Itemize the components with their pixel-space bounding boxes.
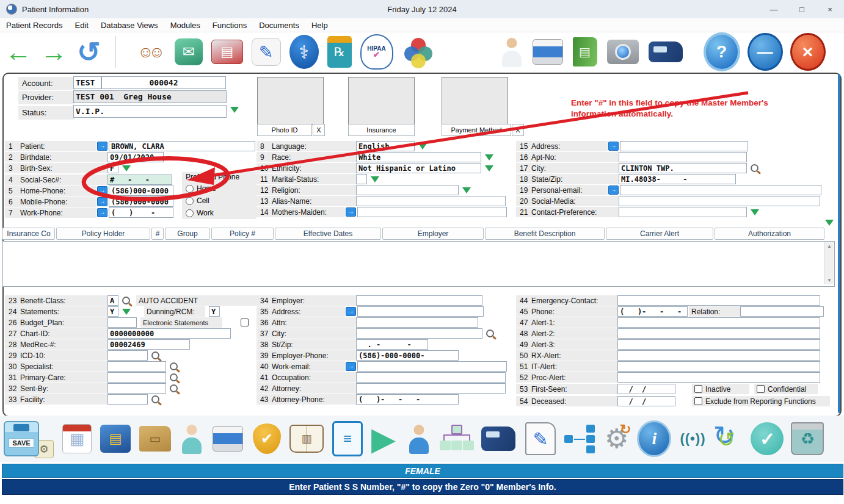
- ledger-icon[interactable]: ▥: [289, 425, 324, 453]
- mobile-phone-field[interactable]: (586)000-0000: [109, 196, 173, 207]
- attn-field[interactable]: [356, 317, 478, 328]
- forward-icon[interactable]: →: [40, 38, 67, 65]
- ethnicity-field[interactable]: Not Hispanic or Latino: [356, 163, 481, 173]
- recycle-bin-icon[interactable]: ♻: [791, 422, 824, 455]
- doctor-icon[interactable]: [501, 37, 523, 67]
- electronic-statements-checkbox[interactable]: [241, 319, 249, 326]
- insurance-image[interactable]: [348, 77, 415, 125]
- continue-icon[interactable]: ▶: [371, 423, 396, 455]
- minimize-button[interactable]: —: [760, 0, 788, 18]
- contact-preference-field[interactable]: [619, 207, 747, 217]
- home-radio[interactable]: [186, 185, 194, 193]
- reports-colors-icon[interactable]: [403, 37, 434, 67]
- rx-alert-field[interactable]: [617, 350, 820, 361]
- occupation-field[interactable]: [356, 372, 506, 383]
- deceased-field[interactable]: / /: [617, 396, 675, 406]
- language-field[interactable]: English: [356, 141, 415, 151]
- insurance-list[interactable]: ▲ ▼: [2, 241, 835, 287]
- workflow-icon[interactable]: [564, 423, 597, 454]
- account-code-field[interactable]: TEST: [73, 76, 101, 89]
- alert3-field[interactable]: [617, 339, 820, 350]
- print-icon[interactable]: [213, 426, 243, 452]
- scroll-up-icon[interactable]: ▲: [827, 243, 832, 249]
- confidential-checkbox[interactable]: [757, 385, 765, 393]
- col-carrier-alert[interactable]: Carrier Alert: [606, 228, 713, 240]
- emergency-phone-field[interactable]: ( )- - -: [617, 306, 688, 317]
- save-icon[interactable]: SAVE: [4, 421, 39, 456]
- benefit-class-field[interactable]: A: [107, 295, 118, 306]
- close-app-icon[interactable]: ×: [790, 33, 826, 71]
- alert2-field[interactable]: [617, 328, 820, 339]
- scroll-down-icon[interactable]: ▼: [827, 278, 832, 283]
- back-icon[interactable]: ←: [5, 38, 32, 65]
- hipaa-icon[interactable]: HIPAA ✔: [360, 34, 393, 70]
- inactive-checkbox[interactable]: [694, 385, 702, 393]
- marital-status-field[interactable]: [356, 174, 367, 184]
- col-number[interactable]: #: [151, 228, 164, 240]
- copy-arrow-icon[interactable]: →: [97, 142, 107, 151]
- address-field[interactable]: [620, 141, 748, 151]
- menu-help[interactable]: Help: [305, 20, 334, 31]
- copy-arrow-icon[interactable]: →: [608, 142, 619, 151]
- budget-plan-field[interactable]: [107, 317, 137, 328]
- refresh-icon[interactable]: ↺: [77, 38, 101, 66]
- facility-field[interactable]: [107, 394, 148, 405]
- icd10-search-icon[interactable]: [151, 351, 159, 359]
- nurse-icon[interactable]: [181, 423, 203, 454]
- state-zip-field[interactable]: MI.48038- -: [619, 174, 736, 184]
- payment-method-image[interactable]: [442, 77, 508, 125]
- wireless-icon[interactable]: ((•)): [680, 431, 705, 447]
- phone-book-icon[interactable]: ▤: [573, 37, 597, 67]
- org-chart-icon[interactable]: [440, 423, 471, 454]
- copy-arrow-icon[interactable]: →: [608, 185, 619, 195]
- contact-preference-dropdown-icon[interactable]: [751, 209, 759, 220]
- statements-field[interactable]: Y: [107, 306, 118, 317]
- employer-phone-field[interactable]: (586)-000-0000-: [356, 350, 459, 361]
- race-field[interactable]: White: [356, 152, 481, 162]
- maximize-button[interactable]: □: [788, 0, 816, 18]
- social-sec-field[interactable]: # - -: [107, 175, 172, 185]
- personal-email-field[interactable]: [620, 185, 821, 195]
- patient-field[interactable]: BROWN, CLARA: [109, 141, 255, 151]
- print-icon[interactable]: [533, 39, 563, 65]
- coverage-check-icon[interactable]: ✔: [253, 423, 281, 454]
- col-insurance-co[interactable]: Insurance Co: [2, 228, 55, 240]
- cell-radio[interactable]: [186, 197, 194, 205]
- process-settings-icon[interactable]: ⚙↻: [605, 425, 628, 452]
- sent-by-field[interactable]: [107, 383, 166, 394]
- social-media-field[interactable]: [619, 196, 820, 206]
- col-benefit-description[interactable]: Benefit Description: [485, 228, 605, 240]
- employer-address-field[interactable]: [357, 306, 484, 317]
- col-group[interactable]: Group: [165, 228, 210, 240]
- payments-envelope-icon[interactable]: ✉: [175, 38, 203, 65]
- menu-modules[interactable]: Modules: [164, 20, 206, 31]
- medical-codes-icon[interactable]: ⚕: [289, 35, 319, 69]
- religion-field[interactable]: [356, 185, 459, 195]
- col-effective-dates[interactable]: Effective Dates: [275, 228, 381, 240]
- provider-field[interactable]: TEST 001 Greg House: [73, 90, 227, 103]
- work-phone-field[interactable]: ( ) -: [109, 207, 173, 218]
- employer-city-field[interactable]: [356, 328, 482, 339]
- menu-patient-records[interactable]: Patient Records: [0, 20, 69, 31]
- icd10-field[interactable]: [107, 350, 148, 361]
- insurance-image-button[interactable]: Insurance: [348, 124, 415, 136]
- birthdate-field[interactable]: 09/01/2020: [107, 152, 164, 162]
- patient-summary-icon[interactable]: ≡: [332, 421, 363, 456]
- appointments-icon[interactable]: ▦: [62, 424, 92, 453]
- ethnicity-dropdown-icon[interactable]: [485, 165, 493, 176]
- menu-edit[interactable]: Edit: [69, 20, 95, 31]
- prescriptions-icon[interactable]: ℞: [327, 36, 352, 68]
- col-policy-holder[interactable]: Policy Holder: [56, 228, 150, 240]
- sent-by-search-icon[interactable]: [170, 384, 178, 392]
- relation-field[interactable]: [740, 306, 824, 317]
- alias-name-field[interactable]: [356, 196, 506, 206]
- medrec-field[interactable]: 00002469: [107, 339, 190, 350]
- birth-sex-field[interactable]: F: [107, 163, 118, 173]
- menu-functions[interactable]: Functions: [206, 20, 253, 31]
- insurance-card-icon[interactable]: ▤: [211, 40, 243, 64]
- work-email-field[interactable]: [357, 361, 507, 372]
- apt-no-field[interactable]: [619, 152, 747, 162]
- minimize-app-icon[interactable]: —: [748, 33, 783, 71]
- menu-documents[interactable]: Documents: [253, 20, 305, 31]
- city-search-icon[interactable]: [751, 164, 759, 172]
